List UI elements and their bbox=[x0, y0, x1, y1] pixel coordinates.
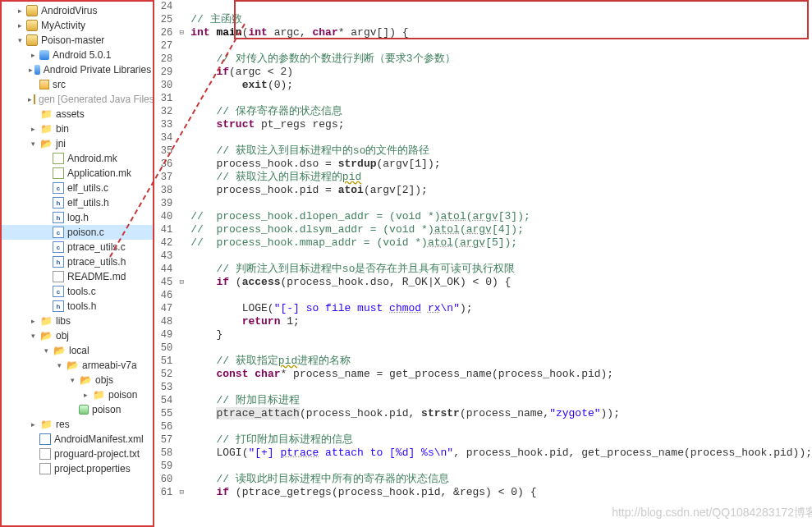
code-line[interactable] bbox=[190, 39, 812, 53]
code-token: rx bbox=[428, 302, 441, 314]
folder-icon bbox=[39, 122, 53, 135]
gutter-line: 36 bbox=[154, 158, 187, 171]
code-line[interactable] bbox=[190, 250, 812, 263]
code-line[interactable]: // 附加目标进程 bbox=[190, 394, 812, 407]
code-editor[interactable]: 242526⊟272829303132333435363738394041424… bbox=[154, 0, 812, 527]
expand-icon[interactable]: ▸ bbox=[28, 94, 32, 104]
code-line[interactable] bbox=[190, 460, 812, 473]
code-line[interactable]: // 判断注入到目标进程中so是否存在并且具有可读可执行权限 bbox=[190, 263, 812, 276]
code-line[interactable] bbox=[190, 92, 812, 105]
tree-item-armeabi-v7a[interactable]: ▾armeabi-v7a bbox=[2, 358, 153, 373]
code-line[interactable]: struct pt_regs regs; bbox=[190, 118, 812, 131]
folder-open-icon bbox=[39, 137, 53, 150]
tree-item-assets[interactable]: assets bbox=[2, 107, 153, 121]
tree-item-android-private-libraries[interactable]: ▸Android Private Libraries bbox=[2, 62, 153, 77]
tree-item-obj[interactable]: ▾obj bbox=[2, 328, 153, 343]
collapse-icon[interactable]: ▾ bbox=[28, 139, 38, 149]
code-line[interactable] bbox=[190, 197, 812, 210]
expand-icon[interactable]: ▸ bbox=[15, 6, 25, 16]
tree-item-tools-h[interactable]: tools.h bbox=[2, 299, 153, 314]
code-line[interactable]: // process_hook.dlopen_addr = (void *)at… bbox=[190, 210, 812, 223]
fold-toggle-icon[interactable]: ⊟ bbox=[176, 26, 187, 39]
collapse-icon[interactable]: ▾ bbox=[54, 360, 64, 370]
tree-item-android-5-0-1[interactable]: ▸Android 5.0.1 bbox=[2, 48, 153, 62]
tree-item-poison[interactable]: poison bbox=[2, 402, 153, 417]
expand-icon[interactable]: ▸ bbox=[28, 50, 38, 60]
tree-item-log-h[interactable]: log.h bbox=[2, 210, 153, 225]
tree-item-application-mk[interactable]: Application.mk bbox=[2, 166, 153, 181]
code-line[interactable] bbox=[190, 341, 812, 355]
code-area[interactable]: // 主函数int main(int argc, char* argv[]) {… bbox=[187, 0, 812, 527]
tree-item-android-mk[interactable]: Android.mk bbox=[2, 151, 153, 166]
code-line[interactable]: // 打印附加目标进程的信息 bbox=[190, 433, 812, 447]
expand-icon[interactable]: ▸ bbox=[15, 21, 25, 30]
code-line[interactable] bbox=[190, 381, 812, 394]
tree-item-poison-master[interactable]: ▾Poison-master bbox=[2, 33, 153, 48]
tree-item-myactivity[interactable]: ▸MyActivity bbox=[2, 18, 153, 33]
tree-item-elf-utils-c[interactable]: elf_utils.c bbox=[2, 181, 153, 195]
code-line[interactable]: // process_hook.dlsym_addr = (void *)ato… bbox=[190, 223, 812, 236]
tree-item-libs[interactable]: ▸libs bbox=[2, 314, 153, 328]
tree-item-readme-md[interactable]: README.md bbox=[2, 269, 153, 284]
tree-item-res[interactable]: ▸res bbox=[2, 417, 153, 432]
tree-item-gen--generated-java-files-[interactable]: ▸gen [Generated Java Files] bbox=[2, 92, 153, 107]
code-line[interactable] bbox=[190, 420, 812, 433]
tree-item-bin[interactable]: ▸bin bbox=[2, 121, 153, 136]
code-line[interactable] bbox=[190, 131, 812, 144]
code-line[interactable]: ptrace_attach(process_hook.pid, strstr(p… bbox=[190, 407, 812, 420]
collapse-icon[interactable]: ▾ bbox=[15, 35, 25, 45]
code-line[interactable]: // 获取注入的目标进程的pid bbox=[190, 171, 812, 184]
code-line[interactable]: // 对传入的参数的个数进行判断（要求3个参数） bbox=[190, 53, 812, 66]
tree-item-tools-c[interactable]: tools.c bbox=[2, 284, 153, 299]
gutter-line: 44 bbox=[154, 263, 187, 276]
code-line[interactable]: exit(0); bbox=[190, 79, 812, 92]
code-line[interactable]: return 1; bbox=[190, 315, 812, 328]
collapse-icon[interactable]: ▾ bbox=[41, 346, 51, 355]
code-line[interactable]: if(argc < 2) bbox=[190, 66, 812, 79]
tree-item-androidmanifest-xml[interactable]: AndroidManifest.xml bbox=[2, 432, 153, 447]
fold-toggle-icon[interactable]: ⊟ bbox=[176, 276, 187, 289]
code-line[interactable]: LOGE("[-] so file must chmod rx\n"); bbox=[190, 302, 812, 315]
code-line[interactable]: process_hook.pid = atoi(argv[2]); bbox=[190, 184, 812, 197]
tree-item-objs[interactable]: ▾objs bbox=[2, 373, 153, 387]
code-line[interactable] bbox=[190, 289, 812, 302]
tree-item-proguard-project-txt[interactable]: proguard-project.txt bbox=[2, 447, 153, 461]
code-line[interactable]: // 获取指定pid进程的名称 bbox=[190, 355, 812, 368]
tree-item-ptrace-utils-h[interactable]: ptrace_utils.h bbox=[2, 254, 153, 269]
tree-item-androidvirus[interactable]: ▸AndroidVirus bbox=[2, 3, 153, 18]
fold-toggle-icon[interactable]: ⊟ bbox=[176, 486, 187, 499]
tree-item-elf-utils-h[interactable]: elf_utils.h bbox=[2, 195, 153, 210]
code-line[interactable]: if (ptrace_getregs(process_hook.pid, &re… bbox=[190, 486, 812, 499]
tree-item-ptrace-utils-c[interactable]: ptrace_utils.c bbox=[2, 240, 153, 254]
code-line[interactable] bbox=[190, 0, 812, 13]
tree-item-jni[interactable]: ▾jni bbox=[2, 136, 153, 151]
tree-item-poison-c[interactable]: poison.c bbox=[2, 225, 153, 240]
code-line[interactable]: process_hook.dso = strdup(argv[1]); bbox=[190, 158, 812, 171]
code-token: (ptrace_getregs(process_hook.pid, &regs)… bbox=[229, 486, 536, 498]
tree-item-poison[interactable]: ▸poison bbox=[2, 387, 153, 402]
code-line[interactable]: // 保存寄存器的状态信息 bbox=[190, 105, 812, 118]
collapse-icon[interactable]: ▾ bbox=[67, 375, 77, 385]
code-line[interactable]: // 读取此时目标进程中所有的寄存器的状态信息 bbox=[190, 473, 812, 486]
code-line[interactable]: const char* process_name = get_process_n… bbox=[190, 368, 812, 381]
expand-icon[interactable]: ▸ bbox=[28, 419, 38, 429]
code-line[interactable]: } bbox=[190, 328, 812, 341]
code-line[interactable]: // process_hook.mmap_addr = (void *)atol… bbox=[190, 236, 812, 250]
code-line[interactable]: if (access(process_hook.dso, R_OK|X_OK) … bbox=[190, 276, 812, 289]
collapse-icon[interactable]: ▾ bbox=[28, 331, 38, 341]
tree-item-src[interactable]: src bbox=[2, 77, 153, 92]
tree-item-project-properties[interactable]: project.properties bbox=[2, 461, 153, 476]
pkg-icon bbox=[39, 80, 49, 89]
code-line[interactable]: int main(int argc, char* argv[]) { bbox=[190, 26, 812, 39]
expand-icon[interactable]: ▸ bbox=[28, 65, 33, 75]
project-explorer[interactable]: ▸AndroidVirus▸MyActivity▾Poison-master▸A… bbox=[0, 0, 154, 527]
code-line[interactable]: // 主函数 bbox=[190, 13, 812, 26]
tree-item-local[interactable]: ▾local bbox=[2, 343, 153, 358]
code-line[interactable]: // 获取注入到目标进程中的so的文件的路径 bbox=[190, 144, 812, 158]
expand-icon[interactable]: ▸ bbox=[80, 390, 90, 400]
code-line[interactable]: LOGI("[+] ptrace attach to [%d] %s\n", p… bbox=[190, 447, 812, 460]
expand-icon[interactable]: ▸ bbox=[28, 124, 38, 134]
gutter-line: 43 bbox=[154, 250, 187, 263]
tree-label: src bbox=[51, 79, 66, 90]
expand-icon[interactable]: ▸ bbox=[28, 316, 38, 326]
